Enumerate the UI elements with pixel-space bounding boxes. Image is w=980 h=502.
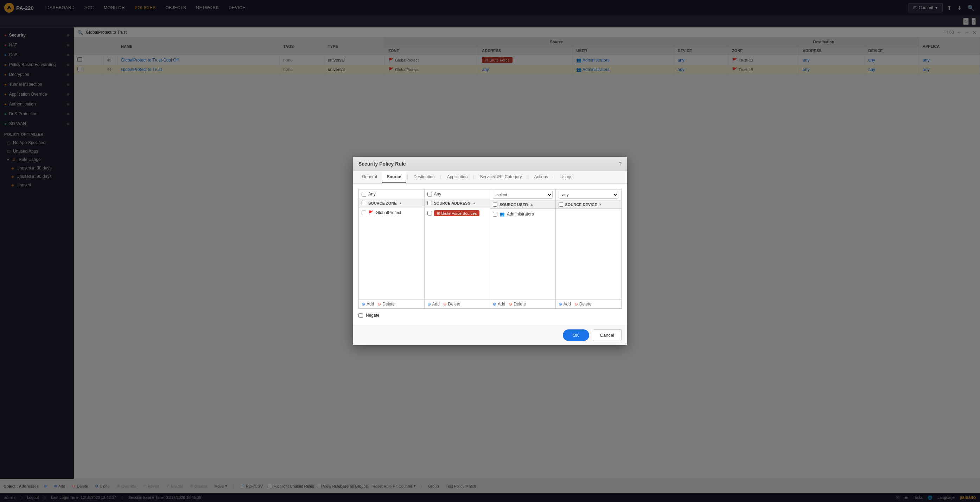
user-delete-icon: ⊖ — [509, 302, 512, 307]
device-header-label: SOURCE DEVICE — [565, 202, 597, 207]
user-items: 👥 Administrators — [490, 209, 555, 300]
user-delete-label: Delete — [514, 302, 526, 307]
negate-label: Negate — [366, 313, 380, 318]
source-device-col: any specific SOURCE DEVICE ▾ ⊕ — [556, 189, 622, 308]
address-header-checkbox[interactable] — [427, 201, 432, 205]
device-delete-button[interactable]: ⊖ Delete — [574, 302, 592, 307]
zone-any-checkbox[interactable] — [362, 192, 366, 197]
user-delete-button[interactable]: ⊖ Delete — [509, 302, 526, 307]
device-add-button[interactable]: ⊕ Add — [558, 302, 571, 307]
zone-items: 🚩 GlobalProtect — [359, 207, 424, 300]
address-header-row: SOURCE ADDRESS ▲ — [425, 199, 490, 207]
tab-sep4: | — [527, 171, 529, 183]
user-add-icon: ⊕ — [493, 302, 496, 307]
address-add-icon: ⊕ — [427, 302, 431, 307]
tab-general[interactable]: General — [357, 171, 382, 183]
user-item-administrators[interactable]: 👥 Administrators — [490, 210, 555, 218]
address-delete-icon: ⊖ — [443, 302, 447, 307]
modal-tabs: General Source | Destination | Applicati… — [353, 171, 627, 184]
ok-button[interactable]: OK — [563, 329, 589, 341]
tab-application[interactable]: Application — [442, 171, 473, 183]
address-footer: ⊕ Add ⊖ Delete — [425, 300, 490, 308]
modal-header: Security Policy Rule ? — [353, 157, 627, 171]
device-delete-label: Delete — [579, 302, 592, 307]
cancel-button[interactable]: Cancel — [593, 329, 622, 341]
device-add-label: Add — [563, 302, 571, 307]
zone-header-label: SOURCE ZONE — [368, 201, 397, 205]
address-item-brute-force[interactable]: ⊞ Brute Force Sources — [425, 209, 490, 218]
user-header-row: SOURCE USER ▲ — [490, 200, 555, 209]
tab-sep5: | — [553, 171, 555, 183]
zone-header-checkbox[interactable] — [362, 201, 366, 205]
device-sort-icon[interactable]: ▾ — [600, 202, 601, 207]
user-add-button[interactable]: ⊕ Add — [493, 302, 505, 307]
device-delete-icon: ⊖ — [574, 302, 578, 307]
tab-sep3: | — [473, 171, 475, 183]
source-zone-col: Any SOURCE ZONE ▲ 🚩 GlobalProtect — [359, 189, 425, 308]
zone-delete-icon: ⊖ — [377, 302, 381, 307]
device-footer: ⊕ Add ⊖ Delete — [556, 300, 622, 308]
user-header-checkbox[interactable] — [493, 202, 497, 207]
device-items — [556, 209, 622, 300]
user-select-row: select any pre-logon known-user unknown — [490, 189, 555, 200]
zone-any-row: Any — [359, 189, 424, 199]
address-sort-icon[interactable]: ▲ — [473, 201, 476, 205]
user-footer: ⊕ Add ⊖ Delete — [490, 300, 555, 308]
address-any-row: Any — [425, 189, 490, 199]
address-delete-label: Delete — [448, 302, 460, 307]
address-header-label: SOURCE ADDRESS — [434, 201, 471, 205]
zone-sort-icon[interactable]: ▲ — [399, 201, 402, 205]
zone-item-globalprotect[interactable]: 🚩 GlobalProtect — [359, 209, 424, 216]
zone-add-label: Add — [366, 302, 374, 307]
address-any-label: Any — [434, 192, 441, 197]
tab-usage[interactable]: Usage — [555, 171, 578, 183]
address-add-button[interactable]: ⊕ Add — [427, 302, 440, 307]
modal-body: Any SOURCE ZONE ▲ 🚩 GlobalProtect — [353, 184, 627, 325]
zone-flag-icon: 🚩 — [368, 210, 374, 215]
zone-add-button[interactable]: ⊕ Add — [362, 302, 374, 307]
user-sort-icon[interactable]: ▲ — [530, 202, 534, 207]
device-select[interactable]: any specific — [558, 191, 619, 199]
tab-sep2: | — [440, 171, 442, 183]
device-select-row: any specific — [556, 189, 622, 200]
modal-help-button[interactable]: ? — [619, 161, 622, 167]
device-header-checkbox[interactable] — [558, 202, 563, 207]
user-add-label: Add — [498, 302, 505, 307]
user-admin-checkbox[interactable] — [493, 212, 497, 216]
modal-overlay: Security Policy Rule ? General Source | … — [0, 0, 980, 502]
zone-gp-label: GlobalProtect — [375, 210, 401, 215]
modal-title: Security Policy Rule — [358, 161, 406, 167]
brute-force-icon: ⊞ — [437, 211, 440, 216]
negate-checkbox[interactable] — [358, 313, 363, 318]
address-bfs-checkbox[interactable] — [427, 211, 432, 216]
zone-gp-checkbox[interactable] — [362, 211, 366, 215]
zone-footer: ⊕ Add ⊖ Delete — [359, 300, 424, 308]
zone-any-label: Any — [368, 192, 375, 197]
tab-service-url[interactable]: Service/URL Category — [475, 171, 527, 183]
security-policy-modal: Security Policy Rule ? General Source | … — [353, 157, 627, 345]
source-address-col: Any SOURCE ADDRESS ▲ ⊞ Brute Force Sourc… — [425, 189, 490, 308]
address-items: ⊞ Brute Force Sources — [425, 207, 490, 300]
brute-force-badge: ⊞ Brute Force Sources — [434, 210, 480, 216]
zone-add-icon: ⊕ — [362, 302, 365, 307]
device-add-icon: ⊕ — [558, 302, 562, 307]
address-any-checkbox[interactable] — [427, 192, 432, 197]
zone-delete-label: Delete — [382, 302, 395, 307]
source-columns: Any SOURCE ZONE ▲ 🚩 GlobalProtect — [358, 189, 622, 309]
source-user-col: select any pre-logon known-user unknown … — [490, 189, 556, 308]
user-header-label: SOURCE USER — [500, 202, 528, 207]
device-header-row: SOURCE DEVICE ▾ — [556, 200, 622, 209]
tab-sep1: | — [406, 171, 408, 183]
zone-delete-button[interactable]: ⊖ Delete — [377, 302, 395, 307]
tab-actions[interactable]: Actions — [530, 171, 553, 183]
tab-destination[interactable]: Destination — [409, 171, 440, 183]
modal-footer: OK Cancel — [353, 325, 627, 345]
tab-source[interactable]: Source — [382, 171, 406, 183]
zone-header-row: SOURCE ZONE ▲ — [359, 199, 424, 207]
user-select[interactable]: select any pre-logon known-user unknown — [493, 191, 553, 199]
address-add-label: Add — [432, 302, 440, 307]
negate-row: Negate — [358, 309, 622, 319]
user-admin-label: Administrators — [507, 211, 534, 216]
user-icon: 👥 — [500, 211, 505, 216]
address-delete-button[interactable]: ⊖ Delete — [443, 302, 460, 307]
